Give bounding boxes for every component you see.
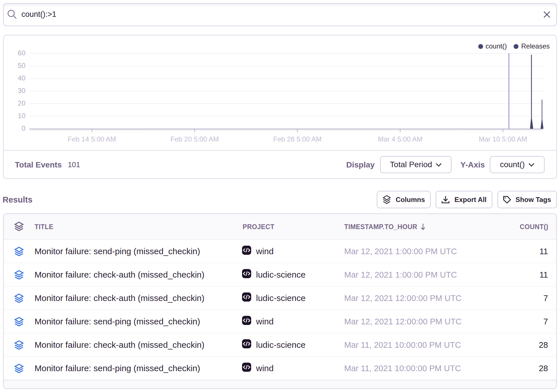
svg-text:count(): count() (486, 42, 507, 50)
svg-text:20: 20 (18, 99, 25, 107)
svg-text:Feb 26 5:00 AM: Feb 26 5:00 AM (273, 135, 321, 143)
svg-text:50: 50 (18, 62, 25, 69)
svg-text:0: 0 (22, 124, 25, 132)
svg-text:Mar 10 5:00 AM: Mar 10 5:00 AM (479, 135, 527, 143)
svg-text:30: 30 (18, 87, 25, 94)
svg-text:Feb 20 5:00 AM: Feb 20 5:00 AM (170, 135, 219, 143)
svg-text:60: 60 (18, 49, 25, 57)
svg-text:10: 10 (18, 112, 25, 120)
svg-text:Feb 14 5:00 AM: Feb 14 5:00 AM (68, 135, 116, 143)
svg-text:Mar 4 5:00 AM: Mar 4 5:00 AM (378, 135, 422, 143)
svg-text:Releases: Releases (521, 42, 550, 50)
svg-text:40: 40 (18, 74, 25, 82)
